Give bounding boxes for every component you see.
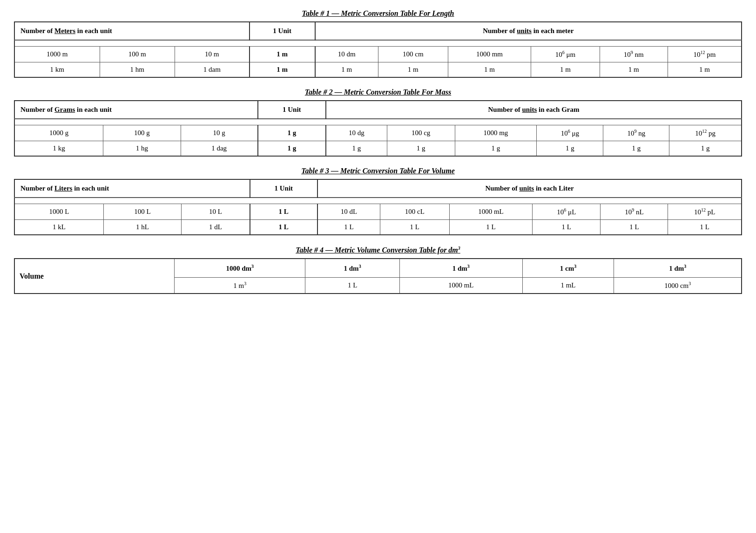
table1-cell-0-8: 109 nm — [600, 47, 668, 62]
table3-cell-1-6: 1 L — [449, 220, 532, 235]
table4-d3: 1 mL — [522, 278, 614, 294]
table3-title: Table # 3 — Metric Conversion Table For … — [14, 167, 742, 175]
table1-header-row: Number of Meters in each unit1 UnitNumbe… — [14, 22, 742, 40]
table1-cell-1-1: 1 hm — [100, 62, 175, 78]
table3-unit-header: 1 Unit — [250, 179, 317, 198]
table3-cell-1-1: 1 hL — [103, 220, 182, 235]
table3-cell-1-3: 1 L — [250, 220, 317, 235]
table2-cell-0-1: 100 g — [103, 125, 181, 141]
table1-cell-1-4: 1 m — [315, 62, 378, 78]
table3-cell-1-9: 1 L — [668, 220, 742, 235]
table3-cell-0-4: 10 dL — [317, 204, 380, 220]
table3-cell-0-5: 100 cL — [380, 204, 449, 220]
table4-col5: 1 dm3 — [614, 259, 742, 278]
section-table2: Table # 2 — Metric Conversion Table For … — [14, 88, 742, 157]
table2-title: Table # 2 — Metric Conversion Table For … — [14, 88, 742, 96]
table3-row-1: 1 kL1 hL1 dL1 L1 L1 L1 L1 L1 L1 L — [14, 220, 742, 235]
table1-cell-1-3: 1 m — [250, 62, 315, 78]
table1-cell-0-3: 1 m — [250, 47, 315, 62]
table1-cell-0-5: 100 cm — [378, 47, 448, 62]
table1-spacer-row — [14, 40, 742, 47]
table2-cell-1-5: 1 g — [387, 141, 455, 157]
table2-cell-1-9: 1 g — [669, 141, 742, 157]
table2-cell-1-4: 1 g — [326, 141, 387, 157]
table2-row-1: 1 kg1 hg1 dag1 g1 g1 g1 g1 g1 g1 g — [14, 141, 742, 157]
table2-cell-0-5: 100 cg — [387, 125, 455, 141]
table1-left-header: Number of Meters in each unit — [14, 22, 250, 40]
table1-row-1: 1 km1 hm1 dam1 m1 m1 m1 m1 m1 m1 m — [14, 62, 742, 78]
table4-col1: 1000 dm3 — [175, 259, 305, 278]
table1-cell-1-5: 1 m — [378, 62, 448, 78]
table2-cell-1-0: 1 kg — [14, 141, 103, 157]
table3-cell-0-2: 10 L — [182, 204, 250, 220]
table1-cell-1-8: 1 m — [600, 62, 668, 78]
table1-cell-1-0: 1 km — [14, 62, 100, 78]
table2-left-header: Number of Grams in each unit — [14, 101, 258, 119]
table2-cell-1-8: 1 g — [603, 141, 669, 157]
table3-header-row: Number of Liters in each unit1 UnitNumbe… — [14, 179, 742, 198]
table4-d1: 1 L — [305, 278, 400, 294]
table2-spacer-row — [14, 119, 742, 125]
table2-row-0: 1000 g100 g10 g1 g10 dg100 cg1000 mg106 … — [14, 125, 742, 141]
table2-cell-0-4: 10 dg — [326, 125, 387, 141]
table4-col2: 1 dm3 — [305, 259, 400, 278]
table1-row-0: 1000 m100 m10 m1 m10 dm100 cm1000 mm106 … — [14, 47, 742, 62]
table2-cell-0-9: 1012 pg — [669, 125, 742, 141]
table3-row-0: 1000 L100 L10 L1 L10 dL100 cL1000 mL106 … — [14, 204, 742, 220]
table1: Number of Meters in each unit1 UnitNumbe… — [14, 21, 742, 78]
table3-cell-1-8: 1 L — [601, 220, 668, 235]
table2-cell-0-0: 1000 g — [14, 125, 103, 141]
table4-col4: 1 cm3 — [522, 259, 614, 278]
table1-cell-1-9: 1 m — [668, 62, 742, 78]
table3-cell-1-2: 1 dL — [182, 220, 250, 235]
table1-cell-0-1: 100 m — [100, 47, 175, 62]
section-table3: Table # 3 — Metric Conversion Table For … — [14, 167, 742, 235]
table3-cell-1-5: 1 L — [380, 220, 449, 235]
table1-cell-0-7: 106 μm — [531, 47, 600, 62]
table2-cell-1-1: 1 hg — [103, 141, 181, 157]
table2-unit-header: 1 Unit — [258, 101, 326, 119]
table2-cell-1-6: 1 g — [455, 141, 537, 157]
table2-cell-0-7: 106 μg — [537, 125, 603, 141]
table1-unit-header: 1 Unit — [250, 22, 315, 40]
table1-title: Table # 1 — Metric Conversion Table For … — [14, 9, 742, 18]
table3-left-header: Number of Liters in each unit — [14, 179, 250, 198]
table4-d0: 1 m3 — [175, 278, 305, 294]
table4-title: Table # 4 — Metric Volume Conversion Tab… — [14, 246, 742, 254]
table2-cell-1-2: 1 dag — [181, 141, 257, 157]
table3-cell-0-3: 1 L — [250, 204, 317, 220]
table4-col3: 1 dm3 — [399, 259, 522, 278]
table2-cell-1-7: 1 g — [537, 141, 603, 157]
table1-cell-1-2: 1 dam — [175, 62, 249, 78]
table4-volume-header: Volume — [14, 259, 175, 294]
table3-cell-1-7: 1 L — [533, 220, 601, 235]
table3-cell-1-4: 1 L — [317, 220, 380, 235]
table3-cell-0-9: 1012 pL — [668, 204, 742, 220]
table1-cell-0-2: 10 m — [175, 47, 249, 62]
table4-d2: 1000 mL — [399, 278, 522, 294]
table3-cell-1-0: 1 kL — [14, 220, 103, 235]
table2-cell-0-8: 109 ng — [603, 125, 669, 141]
table3-cell-0-0: 1000 L — [14, 204, 103, 220]
table2-right-header: Number of units in each Gram — [326, 101, 742, 119]
table3-cell-0-7: 106 μL — [533, 204, 601, 220]
table1-cell-0-6: 1000 mm — [448, 47, 531, 62]
table2-cell-0-6: 1000 mg — [455, 125, 537, 141]
table1-cell-0-4: 10 dm — [315, 47, 378, 62]
table1-cell-0-0: 1000 m — [14, 47, 100, 62]
table4-header-row: Volume 1000 dm3 1 dm3 1 dm3 1 cm3 1 dm3 — [14, 259, 742, 278]
table3-cell-0-8: 109 nL — [601, 204, 668, 220]
table2-cell-1-3: 1 g — [258, 141, 326, 157]
table1-cell-0-9: 1012 pm — [668, 47, 742, 62]
table3-right-header: Number of units in each Liter — [317, 179, 742, 198]
table2-cell-0-3: 1 g — [258, 125, 326, 141]
table3-cell-0-1: 100 L — [103, 204, 182, 220]
section-table1: Table # 1 — Metric Conversion Table For … — [14, 9, 742, 78]
table1-right-header: Number of units in each meter — [315, 22, 742, 40]
table4: Volume 1000 dm3 1 dm3 1 dm3 1 cm3 1 dm3 … — [14, 258, 742, 294]
table1-cell-1-6: 1 m — [448, 62, 531, 78]
table3-spacer-row — [14, 198, 742, 204]
table2-header-row: Number of Grams in each unit1 UnitNumber… — [14, 101, 742, 119]
table1-cell-1-7: 1 m — [531, 62, 600, 78]
table4-d4: 1000 cm3 — [614, 278, 742, 294]
